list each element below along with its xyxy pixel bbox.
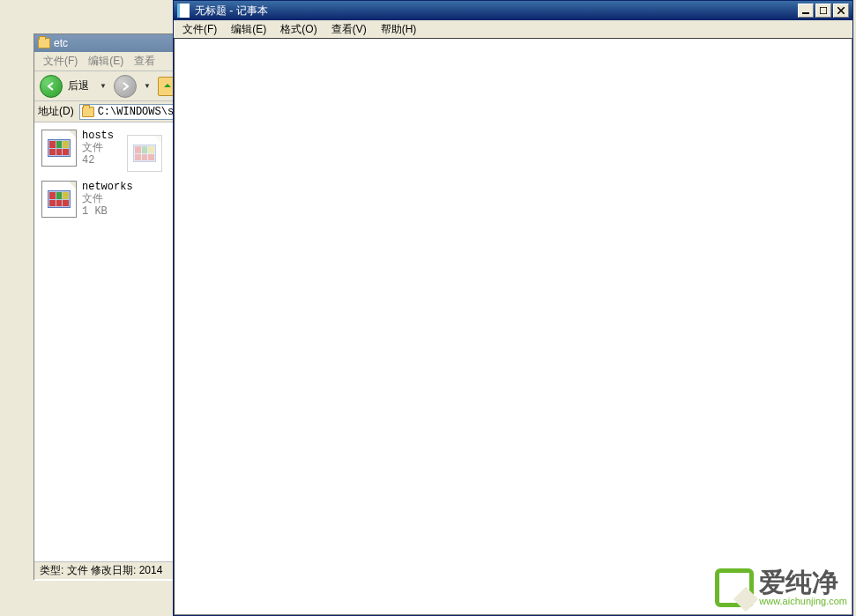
file-icon bbox=[127, 135, 162, 172]
maximize-button[interactable] bbox=[815, 4, 831, 18]
notepad-menubar: 文件(F) 编辑(E) 格式(O) 查看(V) 帮助(H) bbox=[174, 20, 852, 38]
notepad-window: 无标题 - 记事本 文件(F) 编辑(E) 格式(O) 查看(V) 帮助(H) bbox=[173, 0, 853, 616]
back-label: 后退 bbox=[68, 78, 89, 93]
notepad-title: 无标题 - 记事本 bbox=[195, 4, 798, 19]
svg-rect-1 bbox=[820, 7, 827, 14]
svg-rect-0 bbox=[802, 12, 809, 14]
folder-icon bbox=[82, 107, 94, 117]
menu-file[interactable]: 文件(F) bbox=[38, 52, 83, 71]
back-button[interactable] bbox=[40, 75, 63, 98]
menu-file[interactable]: 文件(F) bbox=[175, 20, 224, 39]
file-name: hosts bbox=[82, 130, 114, 142]
window-controls bbox=[798, 4, 849, 18]
notepad-icon bbox=[177, 4, 190, 18]
file-icon bbox=[41, 130, 77, 167]
forward-button bbox=[114, 75, 137, 98]
file-size: 1 KB bbox=[82, 205, 133, 218]
menu-help[interactable]: 帮助(H) bbox=[374, 20, 424, 39]
address-path: C:\WINDOWS\s bbox=[98, 106, 174, 118]
explorer-title: etc bbox=[54, 37, 68, 49]
menu-edit[interactable]: 编辑(E) bbox=[224, 20, 273, 39]
watermark: 爱纯净 www.aichunjing.com bbox=[715, 568, 847, 607]
maximize-icon bbox=[820, 7, 827, 14]
arrow-left-icon bbox=[46, 81, 56, 92]
menu-format[interactable]: 格式(O) bbox=[273, 20, 324, 39]
notepad-textarea[interactable] bbox=[174, 38, 852, 615]
watermark-logo-icon bbox=[715, 568, 754, 607]
minimize-icon bbox=[802, 7, 809, 14]
folder-icon bbox=[38, 38, 50, 48]
address-label: 地址(D) bbox=[38, 104, 74, 119]
close-button[interactable] bbox=[833, 4, 849, 18]
forward-dropdown[interactable]: ▼ bbox=[144, 82, 151, 90]
menu-edit[interactable]: 编辑(E) bbox=[83, 52, 129, 71]
drag-ghost bbox=[127, 135, 167, 172]
file-name: networks bbox=[82, 181, 133, 193]
menu-view[interactable]: 查看(V) bbox=[324, 20, 374, 39]
watermark-text: 爱纯净 bbox=[759, 569, 847, 596]
minimize-button[interactable] bbox=[798, 4, 814, 18]
file-type: 文件 bbox=[82, 142, 114, 154]
notepad-titlebar[interactable]: 无标题 - 记事本 bbox=[174, 1, 852, 20]
file-type: 文件 bbox=[82, 193, 133, 205]
back-dropdown[interactable]: ▼ bbox=[100, 82, 107, 90]
status-text: 类型: 文件 修改日期: 2014 bbox=[40, 563, 162, 578]
menu-view[interactable]: 查看 bbox=[129, 52, 160, 71]
file-icon bbox=[41, 181, 77, 218]
arrow-up-icon bbox=[162, 81, 173, 92]
file-size: 42 bbox=[82, 154, 114, 167]
arrow-right-icon bbox=[120, 81, 130, 92]
watermark-url: www.aichunjing.com bbox=[759, 596, 847, 606]
close-icon bbox=[837, 7, 845, 14]
